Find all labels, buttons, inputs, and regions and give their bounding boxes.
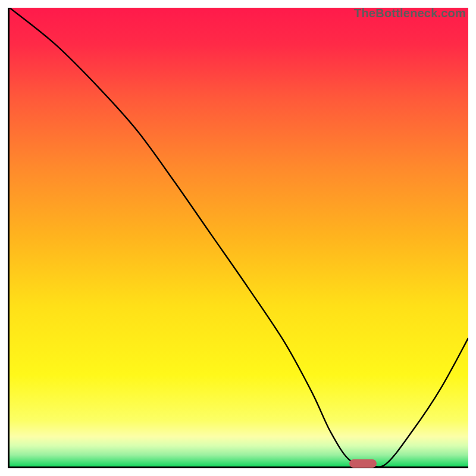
plot-area: TheBottleneck.com xyxy=(8,8,468,468)
bottleneck-curve xyxy=(10,8,468,466)
optimal-point-marker xyxy=(349,459,377,468)
curve-path xyxy=(10,8,468,466)
chart-stage: TheBottleneck.com xyxy=(0,0,476,476)
